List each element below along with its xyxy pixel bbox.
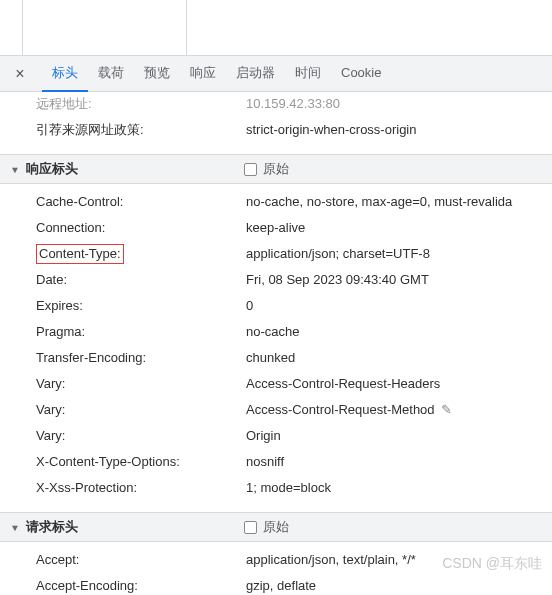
remote-addr-label: 远程地址:: [36, 93, 246, 115]
tab-0[interactable]: 标头: [42, 56, 88, 92]
response-header-row: Expires:0: [22, 294, 552, 320]
headers-panel: 远程地址: 10.159.42.33:80 引荐来源网址政策: strict-o…: [0, 92, 552, 595]
header-key: Accept:: [36, 549, 246, 571]
top-empty-area: [0, 0, 552, 56]
chevron-down-icon: ▼: [10, 164, 20, 174]
header-key: Connection:: [36, 217, 246, 239]
response-header-row: Date:Fri, 08 Sep 2023 09:43:40 GMT: [22, 268, 552, 294]
checkbox-icon[interactable]: [244, 521, 257, 534]
tab-6[interactable]: Cookie: [331, 56, 391, 92]
response-header-row: X-Xss-Protection:1; mode=block: [22, 476, 552, 502]
response-headers-section[interactable]: ▼ 响应标头 原始: [0, 154, 552, 184]
tab-3[interactable]: 响应: [180, 56, 226, 92]
general-row: 引荐来源网址政策: strict-origin-when-cross-origi…: [22, 118, 552, 144]
header-value: application/json; charset=UTF-8: [246, 243, 430, 265]
header-key: Vary:: [36, 399, 246, 421]
remote-addr-value: 10.159.42.33:80: [246, 93, 340, 115]
header-value: chunked: [246, 347, 295, 369]
divider: [22, 0, 23, 55]
request-headers-section[interactable]: ▼ 请求标头 原始: [0, 512, 552, 542]
header-value: 1; mode=block: [246, 477, 331, 499]
tab-2[interactable]: 预览: [134, 56, 180, 92]
header-key: X-Content-Type-Options:: [36, 451, 246, 473]
header-key: Content-Type:: [36, 243, 246, 265]
header-key: Vary:: [36, 425, 246, 447]
close-icon[interactable]: ×: [10, 64, 30, 84]
header-value: Origin: [246, 425, 281, 447]
referrer-policy-value: strict-origin-when-cross-origin: [246, 119, 417, 141]
tab-1[interactable]: 载荷: [88, 56, 134, 92]
header-key: Pragma:: [36, 321, 246, 343]
response-headers-title: 响应标头: [26, 160, 244, 178]
pencil-icon[interactable]: ✎: [441, 399, 452, 421]
chevron-down-icon: ▼: [10, 522, 20, 532]
header-key: X-Xss-Protection:: [36, 477, 246, 499]
header-key: Expires:: [36, 295, 246, 317]
response-header-row: Transfer-Encoding:chunked: [22, 346, 552, 372]
highlight-box: Content-Type:: [36, 244, 124, 264]
response-header-row: Content-Type:application/json; charset=U…: [22, 242, 552, 268]
response-header-row: Vary:Access-Control-Request-Headers: [22, 372, 552, 398]
header-value: gzip, deflate: [246, 575, 316, 595]
divider: [186, 0, 187, 55]
header-key: Transfer-Encoding:: [36, 347, 246, 369]
header-key: Accept-Encoding:: [36, 575, 246, 595]
response-header-row: Cache-Control:no-cache, no-store, max-ag…: [22, 190, 552, 216]
header-value: Access-Control-Request-Headers: [246, 373, 440, 395]
header-value: no-cache, no-store, max-age=0, must-reva…: [246, 191, 512, 213]
general-row: 远程地址: 10.159.42.33:80: [22, 92, 552, 118]
request-header-row: Accept:application/json, text/plain, */*: [22, 548, 552, 574]
raw-label: 原始: [263, 518, 289, 536]
response-header-row: X-Content-Type-Options:nosniff: [22, 450, 552, 476]
header-value: application/json, text/plain, */*: [246, 549, 416, 571]
header-value: no-cache: [246, 321, 299, 343]
header-value: Fri, 08 Sep 2023 09:43:40 GMT: [246, 269, 429, 291]
response-header-row: Vary:Origin: [22, 424, 552, 450]
raw-toggle[interactable]: 原始: [244, 160, 289, 178]
request-headers-title: 请求标头: [26, 518, 244, 536]
checkbox-icon[interactable]: [244, 163, 257, 176]
header-value: nosniff: [246, 451, 284, 473]
devtools-tab-strip: × 标头载荷预览响应启动器时间Cookie: [0, 56, 552, 92]
tab-4[interactable]: 启动器: [226, 56, 285, 92]
header-key: Cache-Control:: [36, 191, 246, 213]
header-value: Access-Control-Request-Method✎: [246, 399, 452, 421]
header-key: Vary:: [36, 373, 246, 395]
raw-label: 原始: [263, 160, 289, 178]
referrer-policy-label: 引荐来源网址政策:: [36, 119, 246, 141]
response-header-row: Connection:keep-alive: [22, 216, 552, 242]
header-key: Date:: [36, 269, 246, 291]
response-header-row: Vary:Access-Control-Request-Method✎: [22, 398, 552, 424]
header-value: 0: [246, 295, 253, 317]
request-header-row: Accept-Encoding:gzip, deflate: [22, 574, 552, 595]
raw-toggle[interactable]: 原始: [244, 518, 289, 536]
header-value: keep-alive: [246, 217, 305, 239]
response-header-row: Pragma:no-cache: [22, 320, 552, 346]
tab-5[interactable]: 时间: [285, 56, 331, 92]
